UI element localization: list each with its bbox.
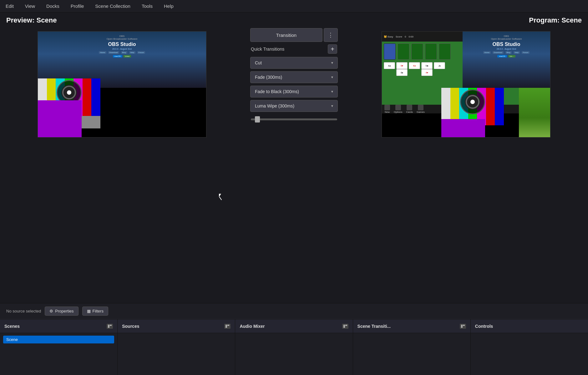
transition-fade-black-label: Fade to Black (300ms) [255,89,299,94]
toolbar-options: Options [394,105,403,113]
obs-badge-macos: macOS [113,55,122,58]
tableau-card-3: 8♠ [396,69,408,76]
solitaire-time: 0:00 [408,35,413,38]
obs-nav-home: Home [99,51,106,54]
audio-mixer-dock-icons [342,324,348,329]
source-selected-text: No source selected [6,309,41,313]
toolbar-games: Games [417,105,425,113]
scene-transitions-panel: Scene Transiti... [353,319,471,375]
solitaire-mode: 🐱 Easy [384,35,393,38]
tableau-stack-3: K♦ [409,62,420,76]
controls-title: Controls [475,324,493,329]
program-title: Program: Scene [294,12,588,28]
menu-tools[interactable]: Tools [139,2,155,10]
menu-help[interactable]: Help [161,2,176,10]
program-obs-nav-help: Help [514,51,520,54]
solitaire-score-label: Score [396,35,402,38]
p-cb-red [486,88,495,125]
tableau-stack-5: J♠ [434,62,445,76]
filters-label: Filters [93,309,104,313]
properties-label: Properties [55,309,74,313]
scene-item-active[interactable]: Scene [3,336,114,343]
audio-mixer-undock-icon[interactable] [342,324,348,329]
sources-undock-icon[interactable] [224,324,231,329]
audio-mixer-content [235,333,352,375]
scene-transitions-content [353,333,470,375]
color-bar-blue [91,78,100,116]
menu-docks[interactable]: Docks [44,2,62,10]
transition-luma-wipe-label: Luma Wipe (300ms) [255,103,294,108]
program-forest-area [519,88,550,138]
transition-dots-button[interactable]: ⋮ [324,28,338,42]
transition-fade-label: Fade (300ms) [255,75,282,80]
toolbar-cards: Cards [406,105,413,113]
card-empty-1 [398,43,409,60]
tableau-stack-4: 5♣ 4♥ [421,62,433,76]
obs-version: 28.0.0 - August 31st [112,48,132,50]
sources-panel-title: Sources [122,324,139,329]
card-empty-4 [439,43,451,60]
obs-logo-inner [61,85,77,100]
program-obs-title: OBS Studio [493,42,520,47]
scenes-undock-icon[interactable] [107,324,113,329]
program-obs-version: 28.0.0 - August 31st [497,48,516,50]
program-obs-header: OBSOpen Broadcaster Software [491,35,522,40]
chevron-down-icon-3: ▾ [331,89,333,94]
svg-rect-2 [226,325,227,328]
audio-mixer-title: Audio Mixer [240,324,265,329]
obs-nav-download: Download [108,51,119,54]
chevron-down-icon-4: ▾ [331,104,333,108]
quick-transitions-add-button[interactable]: + [328,44,337,54]
scenes-panel-header: Scenes [0,319,117,333]
new-icon [384,105,390,110]
preview-scene: OBSOpen Broadcaster Software OBS Studio … [38,31,206,138]
black-area [100,88,206,137]
scene-transitions-undock-icon[interactable] [460,324,466,329]
transition-slider[interactable] [251,118,337,120]
controls-panel: Controls [471,319,588,375]
menu-profile[interactable]: Profile [68,2,87,10]
toolbar-new: New [384,105,390,113]
controls-header: Controls [471,319,588,333]
p-cb-blue [495,88,504,125]
program-obs-logo-inner [465,94,480,110]
scenes-panel: Scenes Scene [0,319,118,375]
preview-panel: Preview: Scene OBSOpen Broadcaster Softw… [0,12,294,303]
svg-rect-5 [345,325,347,326]
transition-cut[interactable]: Cut ▾ [250,57,338,69]
solitaire-score: 0 [405,35,406,38]
properties-button[interactable]: ⚙ Properties [45,307,78,316]
tableau-card-7: J♠ [434,62,445,69]
audio-mixer-header: Audio Mixer [235,319,352,333]
svg-rect-1 [110,325,112,326]
transition-fade-black[interactable]: Fade to Black (300ms) ▾ [250,86,338,98]
sources-panel: Sources [118,319,235,375]
purple-area [38,100,82,138]
transition-luma-wipe[interactable]: Luma Wipe (300ms) ▾ [250,100,338,112]
cards-icon [407,105,412,110]
sources-dock-icons [224,324,231,329]
menu-scene-collection[interactable]: Scene Collection [93,2,133,10]
obs-header-text: OBSOpen Broadcaster Software [107,35,138,40]
filters-button[interactable]: ▦ Filters [82,307,108,316]
program-obs-nav: Home Download Blog Help Forum [483,51,530,54]
menu-view[interactable]: View [23,2,38,10]
source-info-bar: No source selected ⚙ Properties ▦ Filter… [0,303,588,319]
dock-row: Scenes Scene Sources [0,319,588,375]
cb-bottom-gray [79,116,100,128]
transition-slider-row [250,114,338,123]
program-obs-website: OBSOpen Broadcaster Software OBS Studio … [463,32,550,88]
tableau-card-5: 5♣ [421,62,433,69]
transition-button[interactable]: Transition [250,28,322,42]
obs-nav-help: Help [129,51,135,54]
program-obs-nav-forum: Forum [522,51,530,54]
transition-fade[interactable]: Fade (300ms) ▾ [250,71,338,83]
program-badge-macos: macOS [497,55,507,58]
color-bar-red [83,78,92,116]
program-scene: 🐱 Easy Score 0 0:00 A♠ [382,31,550,138]
menu-edit[interactable]: Edit [3,2,16,10]
tableau-card-4: K♦ [409,62,420,69]
program-purple-area [441,119,485,138]
scenes-content: Scene [0,333,117,375]
program-obs-logo-dot [470,100,475,104]
